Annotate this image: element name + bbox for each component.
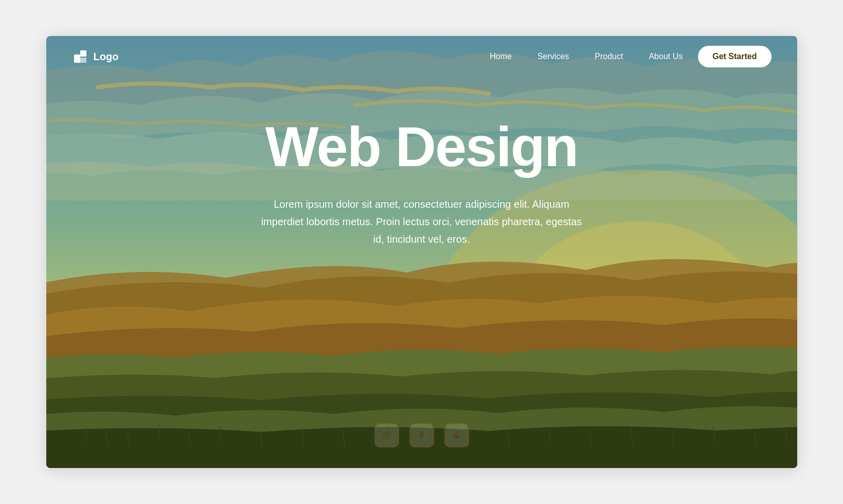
hero-content: Web Design Lorem ipsum dolor sit amet, c… <box>46 118 797 248</box>
navbar: Logo Home Services Product About Us Get … <box>46 36 797 77</box>
social-icons: @ # & <box>374 423 469 447</box>
logo-text: Logo <box>94 51 119 63</box>
ampersand-social-button[interactable]: & <box>444 423 469 447</box>
nav-product[interactable]: Product <box>595 52 623 61</box>
nav-home[interactable]: Home <box>490 52 512 61</box>
svg-rect-24 <box>80 50 86 57</box>
hero-description: Lorem ipsum dolor sit amet, consectetuer… <box>255 195 589 248</box>
nav-about[interactable]: About Us <box>649 52 683 61</box>
svg-rect-25 <box>80 58 86 63</box>
nav-services[interactable]: Services <box>537 52 569 61</box>
hero-title: Web Design <box>149 118 694 175</box>
email-social-button[interactable]: @ <box>374 423 399 447</box>
svg-rect-23 <box>74 55 80 63</box>
get-started-button[interactable]: Get Started <box>698 46 771 67</box>
logo-icon <box>72 48 88 65</box>
hashtag-social-button[interactable]: # <box>409 423 434 447</box>
logo-area: Logo <box>72 48 119 65</box>
nav-links: Home Services Product About Us <box>490 52 683 61</box>
landing-page: Logo Home Services Product About Us Get … <box>46 36 797 468</box>
background-landscape <box>46 36 797 468</box>
